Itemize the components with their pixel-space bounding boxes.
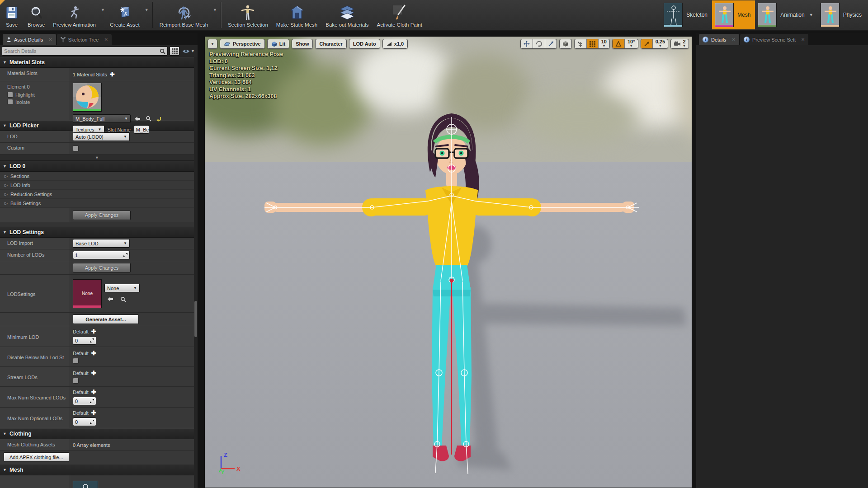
add-override-button[interactable]: ✚: [91, 389, 96, 395]
preview-animation-dropdown-caret[interactable]: ▼: [101, 8, 105, 12]
tab-asset-details[interactable]: Asset Details ✕: [3, 34, 56, 45]
skeleton-asset-thumbnail[interactable]: [73, 481, 98, 488]
highlight-checkbox[interactable]: [7, 92, 13, 98]
expand-arrow-icon: ▷: [5, 201, 8, 206]
camera-speed-button[interactable]: 2▼: [671, 39, 689, 48]
stream-lods-checkbox[interactable]: [73, 378, 79, 384]
category-material-slots[interactable]: ▼ Material Slots: [0, 57, 194, 68]
view-options-button[interactable]: ▼: [181, 49, 196, 54]
lit-cube-icon: [271, 41, 277, 47]
add-apex-clothing-button[interactable]: Add APEX clothing file...: [4, 452, 69, 462]
preview-animation-button[interactable]: Preview Animation: [49, 0, 100, 30]
rotation-snap-toggle[interactable]: [613, 39, 624, 48]
mode-mesh[interactable]: Mesh: [712, 0, 755, 29]
browse-button[interactable]: Browse: [24, 0, 49, 30]
use-selected-asset-icon[interactable]: [106, 295, 114, 303]
animation-dropdown-caret[interactable]: ▼: [809, 13, 813, 17]
viewport-options-button[interactable]: ▼: [208, 39, 217, 49]
add-override-button[interactable]: ✚: [91, 350, 96, 357]
translate-gizmo-button[interactable]: [521, 39, 533, 48]
section-selection-button[interactable]: Section Selection: [224, 0, 272, 30]
tab-details[interactable]: i Details ✕: [699, 34, 739, 45]
lodsettings-combo[interactable]: None▼: [104, 284, 140, 292]
surface-snap-button[interactable]: [575, 39, 586, 48]
category-lod0[interactable]: ▼ LOD 0: [0, 161, 194, 172]
category-mesh[interactable]: ▼ Mesh: [0, 465, 194, 475]
scale-snap-toggle[interactable]: [641, 39, 652, 48]
make-static-mesh-button[interactable]: Make Static Mesh: [272, 0, 321, 30]
reimport-dropdown-caret[interactable]: ▼: [213, 8, 217, 12]
expand-advanced-button[interactable]: ▼: [0, 155, 194, 161]
scale-snap-value[interactable]: 0,25▼: [652, 39, 668, 48]
lod0-sections-row[interactable]: ▷Sections: [0, 172, 194, 181]
material-thumbnail[interactable]: [73, 83, 102, 112]
world-local-toggle-button[interactable]: [559, 39, 572, 49]
lod-auto-button[interactable]: LOD Auto: [349, 39, 380, 49]
generate-asset-button[interactable]: Generate Asset...: [73, 314, 139, 324]
left-panel-scrollbar[interactable]: [194, 57, 198, 488]
perspective-icon: [224, 42, 231, 47]
use-selected-asset-icon[interactable]: [133, 115, 142, 123]
category-clothing[interactable]: ▼ Clothing: [0, 428, 194, 439]
disable-below-min-lod-checkbox[interactable]: [73, 358, 79, 364]
max-num-optional-lods-spinner[interactable]: 0: [73, 418, 96, 426]
add-override-button[interactable]: ✚: [91, 370, 96, 376]
browse-to-asset-icon[interactable]: [144, 115, 152, 123]
viewport-toolbar: ▼ Perspective Lit Show Character LOD Aut…: [208, 39, 689, 49]
reset-to-default-icon[interactable]: [155, 115, 163, 123]
close-icon[interactable]: ✕: [801, 37, 805, 42]
lit-mode-button[interactable]: Lit: [267, 39, 289, 49]
lod-settings-apply-changes-button[interactable]: Apply Changes: [73, 263, 131, 272]
isolate-checkbox[interactable]: [7, 99, 13, 105]
lod0-build-row[interactable]: ▷Build Settings: [0, 199, 194, 208]
close-icon[interactable]: ✕: [732, 37, 736, 42]
activate-cloth-paint-button[interactable]: Activate Cloth Paint: [373, 0, 426, 30]
max-num-streamed-lods-spinner[interactable]: 0: [73, 397, 96, 405]
tab-skeleton-tree[interactable]: Skeleton Tree ✕: [57, 34, 112, 45]
display-filter-button[interactable]: [170, 47, 179, 56]
close-icon[interactable]: ✕: [48, 37, 52, 42]
add-override-button[interactable]: ✚: [91, 409, 96, 416]
mode-physics[interactable]: Physics: [818, 0, 866, 29]
rotation-snap-value[interactable]: 10°▼: [624, 39, 638, 48]
lod0-apply-changes-button[interactable]: Apply Changes: [73, 211, 131, 220]
custom-checkbox[interactable]: [73, 145, 79, 151]
lod0-reduction-row[interactable]: ▷Reduction Settings: [0, 190, 194, 199]
perspective-button[interactable]: Perspective: [220, 39, 265, 49]
category-lod-settings[interactable]: ▼ LOD Settings: [0, 227, 194, 238]
preview-animation-icon: [67, 4, 82, 21]
add-override-button[interactable]: ✚: [91, 328, 96, 335]
lod-import-combo[interactable]: Base LOD▼: [73, 239, 130, 248]
close-icon[interactable]: ✕: [104, 37, 108, 42]
preview-viewport[interactable]: ▼ Perspective Lit Show Character LOD Aut…: [204, 36, 692, 488]
minimum-lod-spinner[interactable]: 0: [73, 336, 96, 345]
mode-skeleton[interactable]: Skeleton: [661, 0, 712, 29]
asset-mode-switcher: Skeleton Mesh Animation ▼ Physics: [661, 0, 868, 30]
mode-animation[interactable]: Animation ▼: [755, 0, 817, 29]
add-material-slot-button[interactable]: ✚: [110, 71, 115, 78]
lodsettings-thumbnail[interactable]: None: [73, 279, 102, 308]
lod0-lodinfo-row[interactable]: ▷LOD Info: [0, 181, 194, 190]
show-menu-button[interactable]: Show: [292, 39, 313, 49]
create-asset-button[interactable]: Create Asset: [106, 0, 144, 30]
rotate-gizmo-button[interactable]: [533, 39, 545, 48]
character-mesh-preview[interactable]: [205, 37, 692, 487]
lod-picker-combo[interactable]: Auto (LOD0)▼: [73, 132, 130, 141]
material-asset-combo[interactable]: M_Body_Full▼: [73, 114, 131, 123]
reimport-base-mesh-button[interactable]: Reimport Base Mesh: [156, 0, 212, 30]
playback-speed-button[interactable]: x1,0: [382, 39, 408, 49]
grid-snap-toggle[interactable]: [586, 39, 598, 48]
scale-gizmo-button[interactable]: [545, 39, 557, 48]
expand-arrow-icon: ▷: [5, 183, 8, 188]
scrollbar-thumb[interactable]: [194, 301, 197, 337]
tab-preview-scene-settings[interactable]: i Preview Scene Sett ✕: [740, 34, 808, 45]
grid-snap-value[interactable]: 10▼: [598, 39, 609, 48]
create-asset-dropdown-caret[interactable]: ▼: [145, 8, 149, 12]
search-input[interactable]: [4, 48, 160, 54]
axis-gizmo: Z X Y: [215, 451, 242, 475]
number-of-lods-spinner[interactable]: 1: [73, 251, 130, 259]
character-menu-button[interactable]: Character: [315, 39, 346, 49]
search-details-box[interactable]: [2, 47, 168, 56]
bake-out-materials-button[interactable]: Bake out Materials: [321, 0, 373, 30]
browse-to-asset-icon[interactable]: [119, 295, 127, 303]
